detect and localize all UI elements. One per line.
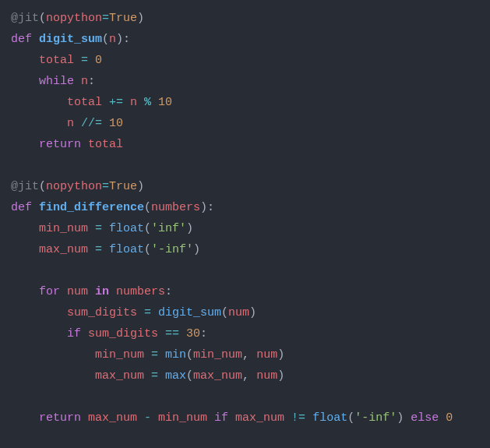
- code-token: num: [67, 285, 95, 298]
- code-token: numbers: [151, 201, 200, 214]
- code-token: n: [81, 75, 88, 88]
- code-token: 'inf': [151, 222, 186, 235]
- code-token: 0: [95, 54, 102, 67]
- code-token: (: [39, 12, 46, 25]
- code-token: min_num: [95, 348, 151, 362]
- code-token: sum_digits: [67, 306, 144, 319]
- code-token: [11, 243, 39, 256]
- code-token: ): [186, 222, 193, 235]
- code-token: (: [144, 243, 151, 256]
- code-token: =: [102, 180, 109, 193]
- code-token: total: [39, 54, 81, 67]
- code-token: max_num: [95, 369, 151, 383]
- code-token: max_num: [193, 369, 242, 383]
- code-token: True: [109, 180, 137, 193]
- code-token: [11, 222, 39, 235]
- code-token: =: [95, 222, 109, 235]
- code-token: float: [109, 243, 144, 256]
- code-token: in: [95, 285, 116, 298]
- code-token: =: [102, 12, 109, 25]
- code-token: -: [144, 411, 158, 425]
- code-token: ): [137, 180, 144, 193]
- code-token: n: [67, 117, 81, 130]
- code-token: ): [200, 201, 207, 214]
- code-token: [11, 96, 67, 109]
- code-token: sum_digits: [88, 327, 165, 340]
- code-token: max_num: [88, 411, 144, 425]
- code-token: total: [88, 138, 123, 151]
- code-token: else: [411, 411, 446, 425]
- code-token: nopython: [46, 180, 102, 193]
- code-token: return: [39, 138, 88, 151]
- code-editor[interactable]: @jit(nopython=True) def digit_sum(n): to…: [0, 0, 490, 436]
- code-token: (: [221, 306, 228, 319]
- code-token: min_num: [158, 411, 214, 425]
- code-token: (: [347, 411, 354, 425]
- code-token: max_num: [39, 243, 95, 256]
- code-token: %: [144, 96, 158, 109]
- code-token: max_num: [235, 411, 291, 425]
- code-token: n: [109, 33, 116, 46]
- code-token: max: [165, 369, 186, 383]
- code-token: 0: [446, 411, 453, 425]
- code-token: :: [200, 327, 207, 340]
- code-token: '-inf': [151, 243, 193, 256]
- code-token: =: [95, 243, 109, 256]
- code-token: ): [277, 369, 284, 383]
- code-token: ): [116, 33, 123, 46]
- code-token: ): [137, 12, 144, 25]
- code-token: =: [81, 54, 95, 67]
- code-token: digit_sum: [39, 33, 102, 46]
- code-token: //=: [81, 117, 109, 130]
- code-token: [11, 411, 39, 425]
- code-token: +=: [109, 96, 130, 109]
- code-token: ): [249, 306, 256, 319]
- code-token: (: [144, 222, 151, 235]
- code-token: :: [207, 201, 214, 214]
- code-token: @jit: [11, 180, 39, 193]
- code-token: float: [109, 222, 144, 235]
- code-token: [11, 117, 67, 130]
- code-token: def: [11, 33, 39, 46]
- code-token: if: [67, 327, 88, 340]
- code-token: [11, 54, 39, 67]
- code-token: =: [151, 369, 165, 383]
- code-token: [11, 306, 67, 319]
- code-token: :: [123, 33, 130, 46]
- code-token: ): [277, 348, 284, 362]
- code-token: num: [256, 348, 277, 362]
- code-token: ==: [165, 327, 186, 340]
- code-token: 30: [186, 327, 200, 340]
- code-token: num: [256, 369, 277, 383]
- code-token: !=: [291, 411, 312, 425]
- code-token: total: [67, 96, 109, 109]
- code-token: 10: [109, 117, 123, 130]
- code-block: @jit(nopython=True) def digit_sum(n): to…: [11, 8, 479, 429]
- code-token: return: [39, 411, 88, 425]
- code-token: (: [102, 33, 109, 46]
- code-token: (: [39, 180, 46, 193]
- code-token: (: [186, 369, 193, 383]
- code-token: if: [214, 411, 235, 425]
- code-token: ,: [242, 369, 256, 383]
- code-token: 10: [158, 96, 172, 109]
- code-token: (: [144, 201, 151, 214]
- code-token: min_num: [193, 348, 242, 362]
- code-token: :: [88, 75, 95, 88]
- code-token: =: [151, 348, 165, 362]
- code-token: =: [144, 306, 158, 319]
- code-token: [11, 369, 95, 383]
- code-token: ,: [242, 348, 256, 362]
- code-token: digit_sum: [158, 306, 221, 319]
- code-token: nopython: [46, 12, 102, 25]
- code-token: :: [165, 285, 172, 298]
- code-token: (: [186, 348, 193, 362]
- code-token: ): [193, 243, 200, 256]
- code-token: ): [397, 411, 411, 425]
- code-token: for: [39, 285, 67, 298]
- code-token: '-inf': [354, 411, 397, 425]
- code-token: min: [165, 348, 186, 362]
- code-token: def: [11, 201, 39, 214]
- code-token: min_num: [39, 222, 95, 235]
- code-token: [11, 348, 95, 362]
